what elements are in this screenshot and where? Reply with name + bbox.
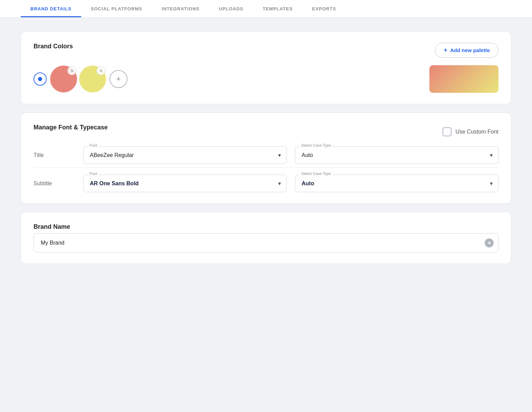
subtitle-font-label: Font bbox=[88, 171, 98, 176]
remove-yellow-button[interactable]: ✕ bbox=[96, 66, 105, 75]
brand-colors-header: Brand Colors + Add new palette bbox=[34, 43, 498, 58]
font-row-subtitle: Subtitle Font AR One Sans Bold ▼ Select … bbox=[34, 175, 498, 192]
use-custom-font-row: Use Custom Font bbox=[443, 127, 498, 136]
title-case-select[interactable]: Auto bbox=[295, 146, 498, 164]
font-rows-section: Title Font ABeeZee Regular ▼ Select Case… bbox=[34, 146, 498, 192]
colors-row: ✕ ✕ + bbox=[34, 65, 498, 93]
close-icon-2: ✕ bbox=[99, 68, 103, 73]
title-case-label: Select Case Type bbox=[300, 143, 332, 147]
color-circle-yellow-wrap: ✕ bbox=[79, 66, 106, 92]
tabs-nav: BRAND DETAILS SOCIAL PLATFORMS INTEGRATI… bbox=[0, 0, 532, 18]
color-circle-pink-wrap: ✕ bbox=[50, 66, 77, 92]
main-content: Brand Colors + Add new palette ✕ bbox=[0, 18, 532, 278]
use-custom-font-checkbox[interactable] bbox=[443, 127, 452, 136]
radio-inner bbox=[38, 77, 42, 81]
plus-icon: + bbox=[444, 47, 447, 54]
subtitle-case-select[interactable]: Auto bbox=[295, 175, 498, 192]
manage-font-title: Manage Font & Typecase bbox=[34, 124, 108, 131]
title-font-label: Font bbox=[88, 143, 98, 147]
tab-uploads[interactable]: UPLOADS bbox=[209, 0, 253, 17]
add-palette-label: Add new palette bbox=[450, 47, 490, 53]
close-icon: ✕ bbox=[70, 68, 74, 73]
subtitle-case-label: Select Case Type bbox=[300, 171, 332, 176]
title-font-select-wrap: Font ABeeZee Regular ▼ bbox=[83, 146, 287, 164]
brand-name-title: Brand Name bbox=[34, 223, 70, 230]
add-color-icon: + bbox=[116, 75, 121, 84]
color-select-radio[interactable] bbox=[34, 72, 47, 86]
brand-colors-card: Brand Colors + Add new palette ✕ bbox=[21, 31, 511, 104]
subtitle-case-select-wrap: Select Case Type Auto ▼ bbox=[295, 175, 498, 192]
clear-icon: ✕ bbox=[487, 241, 491, 246]
brand-name-card: Brand Name ✕ bbox=[21, 212, 511, 264]
tab-social-platforms[interactable]: SOCIAL PLATFORMS bbox=[81, 0, 152, 17]
tab-integrations[interactable]: INTEGRATIONS bbox=[152, 0, 209, 17]
use-custom-font-label: Use Custom Font bbox=[456, 129, 498, 135]
brand-name-input[interactable] bbox=[34, 233, 498, 253]
tab-templates[interactable]: TEMPLATES bbox=[253, 0, 302, 17]
brand-colors-title: Brand Colors bbox=[34, 43, 73, 50]
title-row-label: Title bbox=[34, 152, 75, 158]
add-color-button[interactable]: + bbox=[110, 70, 127, 88]
font-rows-divider bbox=[34, 167, 498, 168]
subtitle-row-label: Subtitle bbox=[34, 180, 75, 187]
manage-font-card: Manage Font & Typecase Use Custom Font T… bbox=[21, 112, 511, 204]
title-case-select-wrap: Select Case Type Auto ▼ bbox=[295, 146, 498, 164]
subtitle-font-select[interactable]: AR One Sans Bold bbox=[83, 175, 287, 192]
font-row-title: Title Font ABeeZee Regular ▼ Select Case… bbox=[34, 146, 498, 164]
clear-brand-name-button[interactable]: ✕ bbox=[485, 238, 494, 247]
add-palette-button[interactable]: + Add new palette bbox=[435, 43, 498, 58]
gradient-preview bbox=[429, 65, 498, 93]
tab-brand-details[interactable]: BRAND DETAILS bbox=[21, 0, 81, 17]
remove-pink-button[interactable]: ✕ bbox=[67, 66, 76, 75]
tab-exports[interactable]: EXPORTS bbox=[303, 0, 346, 17]
manage-font-header: Manage Font & Typecase Use Custom Font bbox=[34, 124, 498, 139]
title-font-select[interactable]: ABeeZee Regular bbox=[83, 146, 287, 164]
subtitle-font-select-wrap: Font AR One Sans Bold ▼ bbox=[83, 175, 287, 192]
brand-name-input-wrap: ✕ bbox=[34, 233, 498, 253]
